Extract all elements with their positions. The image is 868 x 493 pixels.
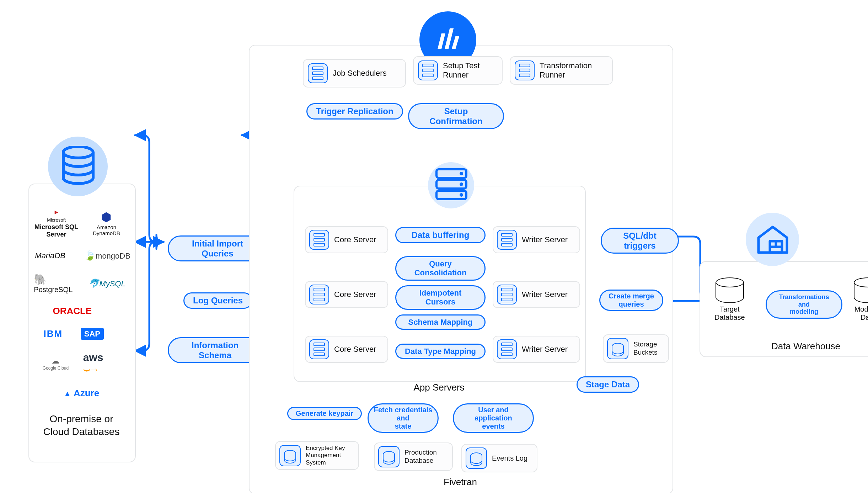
node-core-server-2: Core Server	[305, 281, 388, 308]
logo-sap: SAP	[81, 328, 104, 340]
node-label: Core Server	[334, 235, 376, 244]
server-icon	[515, 60, 535, 80]
pill-fetch-credentials: Fetch credentials and state	[368, 403, 439, 433]
logo-azure: Azure	[74, 388, 99, 398]
node-ekms: Encrypted Key Management System	[275, 441, 359, 470]
server-icon	[418, 60, 438, 80]
logo-postgresql: PostgreSQL	[34, 286, 73, 293]
pill-log-queries: Log Queries	[183, 292, 252, 309]
svg-point-0	[63, 147, 93, 158]
node-transformation-runner: Transformation Runner	[510, 56, 613, 85]
svg-point-4	[461, 173, 462, 174]
server-icon	[497, 230, 517, 250]
svg-point-6	[461, 194, 462, 196]
bucket-icon	[607, 338, 628, 359]
node-core-server-1: Core Server	[305, 226, 388, 253]
node-label: Setup Test Runner	[443, 61, 480, 80]
pill-schema-mapping: Schema Mapping	[395, 314, 486, 330]
pill-information-schema: Information Schema	[168, 337, 262, 363]
node-production-database: Production Database	[374, 442, 453, 471]
pill-create-merge-queries: Create merge queries	[599, 290, 663, 311]
node-label: Core Server	[334, 290, 376, 299]
server-icon	[309, 339, 329, 359]
db-logos-grid: ▸MicrosoftMicrosoft SQL Server ⬢Amazon D…	[31, 202, 132, 405]
warehouse-panel-label: Data Warehouse	[700, 341, 868, 352]
logo-ibm: IBM	[44, 328, 63, 339]
database-icon	[466, 447, 487, 469]
pill-idempotent-cursors: Idempotent Cursors	[395, 285, 486, 310]
sources-panel-title: On-premise or Cloud Databases	[28, 413, 134, 439]
pill-data-buffering: Data buffering	[395, 227, 486, 243]
node-label: Writer Server	[522, 235, 568, 244]
server-stack-icon	[434, 167, 468, 201]
node-label: Events Log	[492, 454, 527, 462]
pill-generate-keypair: Generate keypair	[287, 407, 362, 420]
node-writer-server-3: Writer Server	[493, 336, 580, 363]
pill-data-type-mapping: Data Type Mapping	[395, 344, 486, 359]
logo-dynamodb: Amazon DynamoDB	[93, 224, 120, 236]
server-icon	[497, 339, 517, 359]
cyl-modeled-data: Modeled Data	[854, 277, 868, 322]
cyl-target-database: Target Database	[714, 277, 745, 322]
fivetran-panel-label: Fivetran	[249, 477, 672, 488]
node-label: Transformation Runner	[540, 61, 592, 80]
logo-mariadb: MariaDB	[35, 251, 65, 260]
node-label: Core Server	[334, 345, 376, 354]
pill-setup-confirmation: Setup Confirmation	[408, 103, 504, 129]
warehouse-icon	[756, 223, 790, 255]
logo-sqlserver: Microsoft SQL Server	[34, 223, 78, 238]
pill-stage-data: Stage Data	[577, 376, 639, 393]
node-storage-buckets: Storage Buckets	[603, 334, 669, 363]
node-label: Job Schedulers	[333, 69, 387, 78]
server-icon	[309, 285, 329, 304]
logo-gcp: Google Cloud	[43, 366, 69, 371]
database-icon	[60, 146, 96, 185]
server-icon	[308, 63, 328, 83]
server-icon	[309, 230, 329, 250]
node-events-log: Events Log	[461, 444, 537, 472]
logo-oracle: ORACLE	[53, 306, 92, 316]
pill-sql-dbt-triggers: SQL/dbt triggers	[601, 228, 679, 254]
pill-query-consolidation: Query Consolidation	[395, 256, 486, 281]
logo-mongodb: mongoDB	[96, 251, 130, 260]
database-icon	[279, 445, 301, 466]
server-icon	[497, 285, 517, 304]
node-writer-server-1: Writer Server	[493, 226, 580, 253]
database-icon	[378, 446, 400, 467]
node-setup-test-runner: Setup Test Runner	[413, 56, 503, 85]
svg-point-5	[461, 184, 462, 185]
pill-user-events: User and application events	[453, 403, 534, 433]
node-core-server-3: Core Server	[305, 336, 388, 363]
pill-transformations-modeling: Transformations and modeling	[766, 290, 842, 319]
node-label: Encrypted Key Management System	[306, 445, 345, 466]
node-job-schedulers: Job Schedulers	[303, 59, 406, 88]
node-label: Writer Server	[522, 345, 568, 354]
node-label: Production Database	[404, 449, 437, 465]
node-writer-server-2: Writer Server	[493, 281, 580, 308]
logo-aws: aws	[83, 351, 103, 363]
app-servers-label: App Servers	[294, 382, 584, 393]
node-label: Storage Buckets	[633, 340, 658, 357]
pill-trigger-replication: Trigger Replication	[306, 103, 403, 120]
node-label: Writer Server	[522, 290, 568, 299]
logo-mysql: MySQL	[99, 279, 125, 288]
